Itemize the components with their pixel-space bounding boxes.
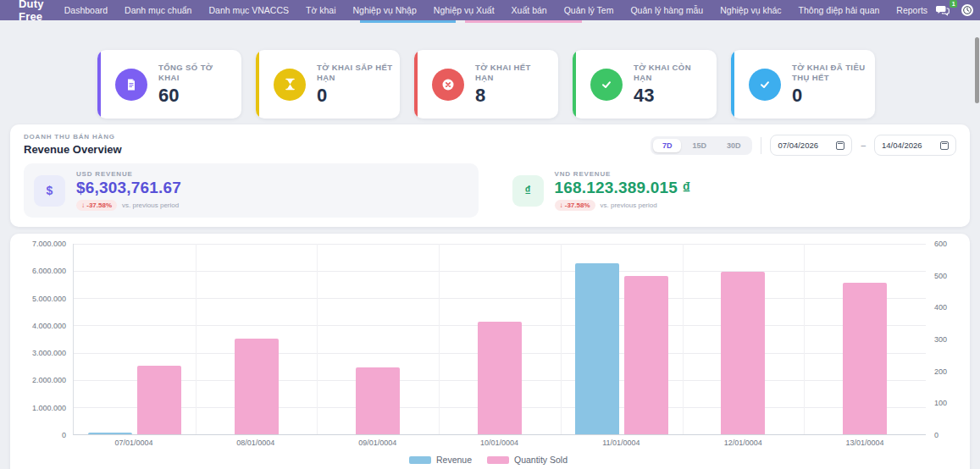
card-accent [731,50,734,119]
nav-item-2[interactable]: Danh mục VNACCS [200,5,297,15]
stat-card-0[interactable]: TỔNG SỐ TỜ KHAI60 [97,50,241,119]
card-accent [414,50,418,119]
vnd-change-badge: ↓ -37.58% [555,200,595,211]
nav-item-9[interactable]: Nghiệp vụ khác [711,5,789,15]
nav-item-8[interactable]: Quản lý hàng mẫu [622,5,711,15]
nav-item-0[interactable]: Dashboard [56,5,116,15]
card-value: 0 [792,85,868,106]
nav-item-5[interactable]: Nghiệp vụ Xuất [425,5,503,15]
bar-group-3 [439,244,561,434]
quantity-sold-bar[interactable] [478,322,522,434]
summary-cards: TỔNG SỐ TỜ KHAI60TỜ KHAI SẮP HẾT HẠN0TỜ … [97,50,875,119]
range-button-15d[interactable]: 15D [683,139,716,152]
document-icon [115,69,147,101]
left-axis-tick: 3.000.000 [32,349,66,357]
vnd-revenue-block: ₫ VND REVENUE 168.123.389.015 ₫ ↓ -37.58… [502,163,957,218]
stat-card-3[interactable]: TỜ KHAI CÒN HẠN43 [573,50,717,119]
card-accent [256,50,259,119]
quantity-sold-bar[interactable] [721,272,765,434]
stat-card-4[interactable]: TỜ KHAI ĐÃ TIÊU THỤ HẾT0 [731,50,875,119]
bar-group-0 [74,244,196,434]
legend-label: Quantity Sold [514,455,568,465]
x-axis-label: 10/01/0004 [439,439,561,447]
range-segment-control: 7D15D30D [651,136,753,155]
quantity-sold-bar[interactable] [843,283,887,434]
usd-revenue-label: USD REVENUE [76,170,181,178]
nav-item-10[interactable]: Thông điệp hải quan [790,5,889,15]
nav-item-3[interactable]: Tờ khai [297,5,344,15]
nav-item-11[interactable]: Reports [888,5,936,15]
page-scrollbar[interactable] [975,37,979,103]
card-value: 8 [475,85,551,106]
bar-group-6 [804,244,926,434]
x-axis-label: 09/01/0004 [317,439,439,447]
quantity-sold-bar[interactable] [137,366,181,434]
revenue-title: Revenue Overview [24,143,122,156]
usd-revenue-block: $ USD REVENUE $6,303,761.67 ↓ -37.58% vs… [24,163,479,218]
right-axis-tick: 200 [934,367,947,376]
usd-change-badge: ↓ -37.58% [76,200,117,211]
chart-plot [73,244,926,435]
quantity-sold-bar[interactable] [356,367,400,434]
quantity-sold-bar[interactable] [235,339,279,434]
check-circle-icon [590,69,623,101]
notification-badge: 1 [950,0,957,8]
card-label: TỜ KHAI CÒN HẠN [634,63,710,84]
revenue-panel: DOANH THU BÁN HÀNG Revenue Overview 7D15… [10,124,970,227]
vnd-change-note: vs. previous period [601,201,657,209]
chart-legend: RevenueQuantity Sold [15,455,961,465]
legend-item-quantity-sold[interactable]: Quantity Sold [487,455,568,465]
card-label: TỔNG SỐ TỜ KHAI [158,63,235,84]
revenue-eyebrow: DOANH THU BÁN HÀNG [24,133,122,141]
nav-item-7[interactable]: Quản lý Tem [556,5,623,15]
date-to-input[interactable]: 14/04/2026 [874,135,956,156]
date-to-value: 14/04/2026 [882,141,922,150]
x-circle-icon [432,69,464,101]
brand-title: Duty Free [19,0,44,23]
x-axis-label: 08/01/0004 [195,439,317,447]
vnd-revenue-label: VND REVENUE [555,170,691,178]
top-navbar: Duty Free DashboardDanh mục chuẩnDanh mụ… [0,0,980,20]
hourglass-icon [274,69,306,101]
legend-item-revenue[interactable]: Revenue [409,455,472,465]
legend-label: Revenue [436,455,472,465]
range-button-7d[interactable]: 7D [653,139,682,152]
bar-group-1 [196,244,318,434]
left-axis-tick: 0 [62,431,66,439]
messages-icon[interactable]: 1 [936,4,951,16]
x-axis-label: 07/01/0004 [73,439,195,447]
date-from-value: 07/04/2026 [778,141,818,150]
nav-item-1[interactable]: Danh mục chuẩn [116,5,200,15]
usd-change-note: vs. previous period [122,201,179,209]
date-range-dash: – [861,141,866,150]
left-axis-tick: 7.000.000 [32,240,66,248]
revenue-bar[interactable] [575,263,619,434]
left-axis-tick: 2.000.000 [32,376,66,384]
nav-item-4[interactable]: Nghiệp vụ Nhập [344,5,424,15]
card-value: 43 [634,85,710,106]
check-circle-icon [749,69,781,101]
card-accent [573,50,576,119]
quantity-sold-bar[interactable] [624,276,668,434]
dollar-icon: $ [34,175,65,207]
legend-swatch [487,456,509,464]
x-axis-label: 13/01/0004 [804,439,926,447]
right-axis-tick: 0 [934,431,938,439]
calendar-icon [940,141,949,150]
clock-icon[interactable] [961,4,973,16]
dong-icon: ₫ [512,175,544,207]
apps-grid-icon[interactable] [10,4,12,16]
bar-series [74,244,926,434]
nav-item-6[interactable]: Xuất bán [503,5,556,15]
range-button-30d[interactable]: 30D [717,139,750,152]
card-label: TỜ KHAI SẮP HẾT HẠN [317,63,393,84]
revenue-bar[interactable] [88,433,132,434]
stat-card-1[interactable]: TỜ KHAI SẮP HẾT HẠN0 [256,50,400,119]
right-axis-tick: 400 [934,303,947,312]
x-axis-label: 12/01/0004 [682,439,804,447]
right-axis-tick: 600 [934,240,947,248]
card-label: TỜ KHAI ĐÃ TIÊU THỤ HẾT [792,63,868,84]
stat-card-2[interactable]: TỜ KHAI HẾT HẠN8 [414,50,558,119]
nav-underline-pink [465,20,582,23]
date-from-input[interactable]: 07/04/2026 [770,135,852,156]
